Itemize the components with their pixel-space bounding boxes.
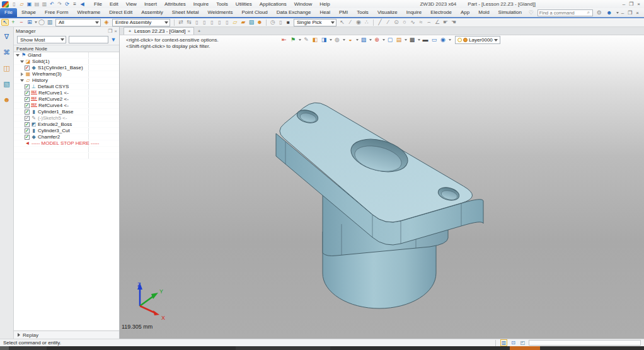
pick-list-icon[interactable]: ▥ [46,19,54,26]
checkbox-checked[interactable]: ✓ [25,122,30,127]
menu-insert[interactable]: Insert [141,1,160,8]
windows-taskbar-edge[interactable] [0,346,644,350]
line-icon[interactable]: ╱ [376,19,384,26]
stop-icon[interactable]: ■ [285,19,292,26]
spline2-icon[interactable]: ≈ [417,19,425,26]
tree-item-gland[interactable]: ⚑ Gland [14,52,119,59]
manager-pin-icon[interactable]: ❐ [108,28,112,34]
ribbon-tab-mold[interactable]: Mold [474,8,493,17]
menu-utilities[interactable]: Utilities [233,1,255,8]
menu-file[interactable]: File [91,1,105,8]
undo-icon[interactable]: ↶ [49,1,55,8]
replay-expand-icon[interactable] [18,333,20,337]
checkbox-checked[interactable]: ✓ [25,97,30,102]
3d-viewport-canvas[interactable]: <right-click> for context-sensitive opti… [120,35,644,339]
ribbon-tab-visualize[interactable]: Visualize [373,8,402,17]
state-icon-5[interactable]: ▯ [224,19,231,26]
open-icon[interactable]: ▱ [18,1,25,8]
select-arrow-icon[interactable]: ↖ [1,19,9,26]
checkbox-checked-red[interactable]: ✓ [25,65,30,71]
folder-icon[interactable]: ▱ [231,19,239,26]
user-dropdown-icon[interactable] [616,12,619,14]
doc-restore-button[interactable]: ❐ [628,10,632,16]
panel-toggle-icon[interactable]: ▥ [500,339,507,346]
ribbon-tab-dataexchange[interactable]: Data Exchange [272,8,316,17]
monitor-icon[interactable]: ⊡ [510,339,517,346]
save-icon[interactable]: ▣ [26,1,33,8]
arc-icon[interactable]: ⌢ [425,19,433,26]
assembly-manager-icon[interactable]: ⌘ [2,48,12,57]
state-icon-2[interactable]: ▯ [201,19,208,26]
checkbox-checked[interactable]: ✓ [25,135,30,140]
library-icon[interactable]: ▰ [239,19,247,26]
menu-inquire[interactable]: Inquire [190,1,212,8]
scope-icon[interactable]: ◈ [103,19,110,26]
checkbox-checked-disabled[interactable]: ✓ [25,116,30,121]
tree-item-chamfer2[interactable]: ✓ ◆ Chamfer2 [14,134,119,140]
filter-manager-icon[interactable]: ∇ [2,32,12,41]
settings-gear-icon[interactable]: ⚙ [595,9,603,16]
ribbon-tab-tools[interactable]: Tools [352,8,373,17]
visual-manager-icon[interactable]: ◫ [2,64,12,72]
hand-right-icon[interactable]: ☚ [450,19,457,26]
print-icon[interactable]: ▤ [33,1,40,8]
ribbon-tab-heal[interactable]: Heal [316,8,335,17]
add-entity-icon[interactable]: + [9,19,17,26]
ribbon-tab-directedit[interactable]: Direct Edit [105,8,137,17]
ref-frame-icon[interactable]: ▯ [277,19,284,26]
checkbox-checked[interactable]: ✓ [25,110,30,115]
pick-add-dropdown-icon[interactable] [35,21,37,23]
unconstrain-icon[interactable]: ⇆ [185,19,193,26]
state-icon-1[interactable]: ▯ [193,19,200,26]
replay-bar[interactable]: Replay [14,330,119,339]
tree-item-solid[interactable]: ◪ Solid(1) [14,59,119,65]
doc-close-button[interactable]: × [636,10,639,16]
checkbox-checked[interactable]: ✓ [25,91,30,96]
tree-item-default-csys[interactable]: ✓ ⊥ Default CSYS [14,84,119,90]
menu-attributes[interactable]: Attributes [161,1,189,8]
tree-filter-combo[interactable]: Show Most [17,36,66,43]
state-icon-4[interactable]: ▯ [216,19,223,26]
document-tab[interactable]: + Lesson 22.Z3 - [Gland] × [124,27,194,35]
ribbon-tab-simulation[interactable]: Simulation [494,8,526,17]
history-clock-icon[interactable]: ◷ [269,19,277,26]
tree-item-s1-cylinder-base[interactable]: ✓ ◆ S1(Cylinder1_Base) [14,65,119,71]
close-button[interactable]: × [637,1,640,7]
ribbon-tab-assembly[interactable]: Assembly [137,8,168,17]
menu-edit[interactable]: Edit [106,1,122,8]
export-icon[interactable]: ▥ [41,1,48,8]
tree-item-refcurve2[interactable]: ✓ REF RefCurve2 <- [14,96,119,103]
angle-icon[interactable]: ∠ [434,19,441,26]
checkbox-checked[interactable]: ✓ [25,128,30,133]
pick-cursor-icon[interactable]: ↖ [338,19,346,26]
circle-center-icon[interactable]: ⊙ [393,19,400,26]
menu-icon[interactable]: ≡ [71,1,78,8]
user-account-icon[interactable]: ☻ [606,9,613,16]
minimize-button[interactable]: – [623,1,625,7]
new-file-icon[interactable]: ▯ [11,1,18,8]
menu-applications[interactable]: Applications [256,1,290,8]
filter-funnel-icon[interactable]: ▼ [110,37,117,43]
render-manager-icon[interactable]: ▧ [2,79,12,88]
ribbon-tab-freeform[interactable]: Free Form [40,8,72,17]
pick-add-icon[interactable]: ⊞ [26,19,33,26]
checkbox-checked[interactable]: ✓ [25,103,30,108]
layout-icon[interactable]: ◰ [519,339,526,346]
menu-tools[interactable]: Tools [213,1,231,8]
spline-icon[interactable]: ∿ [409,19,417,26]
ribbon-tab-shape[interactable]: Shape [17,8,40,17]
role-manager-icon[interactable]: ☻ [2,95,12,104]
redo-icon[interactable]: ↷ [56,1,63,8]
regen-icon[interactable]: ⟳ [64,1,71,8]
ribbon-tab-sheetmetal[interactable]: Sheet Metal [168,8,204,17]
collapse-icon[interactable] [20,60,24,64]
tree-item-sketch5[interactable]: ✓ ✎ (-)Sketch5 <- [14,115,119,121]
snap-icon[interactable]: ∴ [363,19,371,26]
command-search-input[interactable] [539,10,586,16]
ribbon-tab-pointcloud[interactable]: Point Cloud [237,8,272,17]
tree-item-cylinder3-cut[interactable]: ✓ ▮ Cylinder3_Cut [14,128,119,134]
restore-button[interactable]: ❐ [629,1,633,7]
tree-item-wireframe[interactable]: ▦ Wireframe(3) [14,71,119,77]
image-icon[interactable]: ▨ [248,19,255,26]
zw3d-logo-icon[interactable] [2,1,9,8]
